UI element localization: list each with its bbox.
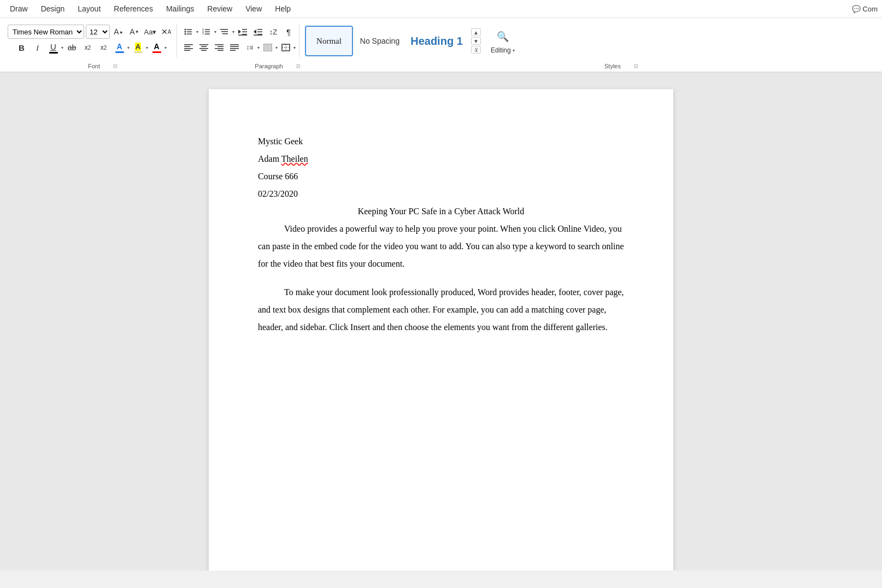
menu-item-draw[interactable]: Draw <box>4 2 33 15</box>
font-color-red-button[interactable]: A <box>150 40 164 55</box>
font-color-button[interactable]: A <box>113 40 127 55</box>
svg-rect-36 <box>217 50 224 51</box>
underline-button[interactable]: U <box>46 40 61 55</box>
doc-line-2-squiggly: Theilen <box>281 154 308 163</box>
svg-rect-17 <box>242 32 247 33</box>
font-group: Times New Roman 12 A▲ A▼ Aa▾ ✕A B I U <box>4 25 177 57</box>
borders-button[interactable] <box>279 40 293 55</box>
svg-rect-12 <box>220 29 228 30</box>
underline-arrow[interactable]: ▾ <box>61 45 63 50</box>
toolbar: Times New Roman 12 A▲ A▼ Aa▾ ✕A B I U <box>0 18 882 62</box>
menu-item-view[interactable]: View <box>240 2 267 15</box>
svg-rect-27 <box>184 48 193 49</box>
svg-rect-5 <box>187 34 192 35</box>
svg-rect-13 <box>221 31 228 32</box>
comment-button[interactable]: 💬 Com <box>852 5 878 13</box>
doc-paragraph-1: Video provides a powerful way to help yo… <box>258 220 624 273</box>
bullets-arrow[interactable]: ▾ <box>196 30 198 34</box>
style-heading-button[interactable]: Heading 1 <box>407 26 467 56</box>
shading-button[interactable] <box>261 40 275 55</box>
ribbon-labels: Font ⊡ Paragraph ⊡ Styles ⊡ <box>0 62 882 72</box>
svg-point-0 <box>185 29 186 31</box>
font-grow-button[interactable]: A▲ <box>111 25 126 39</box>
editing-arrow[interactable]: ▾ <box>513 48 515 53</box>
numbering-button[interactable]: 1.2.3. <box>199 25 214 39</box>
style-normal-button[interactable]: Normal <box>305 26 353 56</box>
search-button[interactable]: 🔍 <box>494 28 511 45</box>
svg-rect-16 <box>242 29 247 30</box>
paragraph-expand-icon[interactable]: ⊡ <box>296 63 301 69</box>
svg-rect-32 <box>201 50 207 51</box>
bullets-button[interactable] <box>181 25 196 39</box>
doc-line-4: 02/23/2020 <box>258 185 624 203</box>
svg-marker-15 <box>238 30 241 34</box>
svg-rect-35 <box>215 48 224 49</box>
numbering-arrow[interactable]: ▾ <box>214 30 216 34</box>
svg-point-2 <box>185 33 186 35</box>
show-marks-button[interactable]: ¶ <box>281 25 296 39</box>
svg-rect-4 <box>187 32 192 33</box>
menu-item-design[interactable]: Design <box>36 2 70 15</box>
menu-item-help[interactable]: Help <box>269 2 296 15</box>
menu-item-mailings[interactable]: Mailings <box>161 2 199 15</box>
font-family-select[interactable]: Times New Roman <box>8 25 84 39</box>
superscript-button[interactable]: x2 <box>97 40 111 55</box>
svg-rect-14 <box>222 33 228 34</box>
bold-button[interactable]: B <box>15 40 29 55</box>
style-no-spacing-button[interactable]: No Spacing <box>355 26 404 56</box>
svg-rect-24 <box>254 35 262 36</box>
multilevel-arrow[interactable]: ▾ <box>232 30 234 34</box>
document-page[interactable]: Mystic Geek Adam Theilen Course 666 02/2… <box>209 89 673 571</box>
paragraph-label: Paragraph <box>244 63 293 69</box>
svg-rect-33 <box>215 44 224 45</box>
styles-label: Styles <box>593 63 632 69</box>
italic-button[interactable]: I <box>31 40 45 55</box>
svg-marker-20 <box>254 30 256 34</box>
clear-formatting-button[interactable]: ✕A <box>159 25 173 39</box>
svg-rect-41 <box>263 44 272 51</box>
menu-item-references[interactable]: References <box>108 2 158 15</box>
font-size-select[interactable]: 12 <box>86 25 110 39</box>
menu-item-layout[interactable]: Layout <box>72 2 106 15</box>
menu-bar: Draw Design Layout References Mailings R… <box>0 0 882 18</box>
styles-scroll-up[interactable]: ▲ <box>471 28 481 36</box>
font-color-arrow[interactable]: ▾ <box>127 45 130 50</box>
svg-text:3.: 3. <box>202 32 204 35</box>
svg-rect-28 <box>184 50 190 51</box>
sort-button[interactable]: ↕Z <box>266 25 280 39</box>
align-left-button[interactable] <box>181 40 196 55</box>
comment-label: Com <box>863 5 878 13</box>
subscript-button[interactable]: x2 <box>81 40 95 55</box>
borders-arrow[interactable]: ▾ <box>293 45 296 50</box>
styles-expand-icon[interactable]: ⊡ <box>634 63 638 69</box>
doc-line-2-prefix: Adam <box>258 154 281 163</box>
align-right-button[interactable] <box>212 40 226 55</box>
font-expand-icon[interactable]: ⊡ <box>113 63 117 69</box>
styles-group: Normal No Spacing Heading 1 ▲ ▼ ⊻ <box>301 25 485 57</box>
highlight-button[interactable]: A <box>131 40 145 55</box>
font-color-red-arrow[interactable]: ▾ <box>164 45 167 50</box>
styles-scroll-down[interactable]: ▼ <box>471 37 481 45</box>
font-label: Font <box>77 63 111 69</box>
highlight-arrow[interactable]: ▾ <box>146 45 148 50</box>
editing-label[interactable]: Editing ▾ <box>491 46 515 54</box>
svg-rect-40 <box>230 50 236 51</box>
strikethrough-button[interactable]: ab <box>65 40 79 55</box>
shading-arrow[interactable]: ▾ <box>275 45 278 50</box>
justify-button[interactable] <box>227 40 242 55</box>
doc-paragraph-2: To make your document look professionall… <box>258 284 624 336</box>
change-case-button[interactable]: Aa▾ <box>143 25 157 39</box>
increase-indent-button[interactable] <box>251 25 265 39</box>
doc-line-3: Course 666 <box>258 168 624 185</box>
svg-rect-38 <box>230 46 239 48</box>
decrease-indent-button[interactable] <box>236 25 250 39</box>
line-spacing-arrow[interactable]: ▾ <box>257 45 260 50</box>
multilevel-button[interactable] <box>217 25 232 39</box>
svg-rect-26 <box>184 46 190 48</box>
font-shrink-button[interactable]: A▼ <box>127 25 142 39</box>
styles-expand[interactable]: ⊻ <box>471 46 481 54</box>
align-center-button[interactable] <box>197 40 211 55</box>
doc-title: Keeping Your PC Safe in a Cyber Attack W… <box>258 203 624 220</box>
menu-item-review[interactable]: Review <box>202 2 238 15</box>
line-spacing-button[interactable]: ↕≡ <box>243 40 257 55</box>
